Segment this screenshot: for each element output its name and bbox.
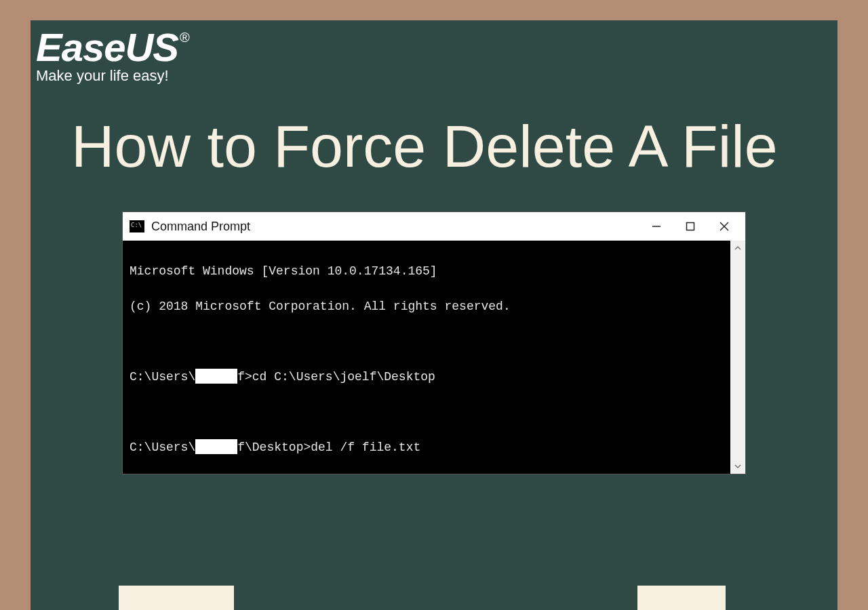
terminal-blank (130, 403, 724, 421)
terminal-output[interactable]: Microsoft Windows [Version 10.0.17134.16… (123, 241, 730, 474)
terminal-line: C:\Users\f\Desktop>del /f file.txt (130, 439, 724, 456)
close-button[interactable] (707, 213, 741, 240)
brand-block: EaseUS® Make your life easy! (36, 24, 190, 85)
terminal-blank (130, 333, 724, 350)
minimize-button[interactable] (639, 213, 673, 240)
registered-mark: ® (180, 30, 190, 45)
scroll-down-icon[interactable] (730, 459, 745, 474)
page-title: How to Force Delete A File (71, 112, 837, 181)
censored-username (195, 369, 237, 384)
terminal-line: Microsoft Windows [Version 10.0.17134.16… (130, 262, 724, 280)
command-prompt-icon (130, 220, 144, 232)
terminal-line: (c) 2018 Microsoft Corporation. All righ… (130, 298, 724, 315)
window-title: Command Prompt (151, 220, 639, 234)
decorative-box (119, 586, 234, 610)
maximize-button[interactable] (673, 213, 707, 240)
scrollbar[interactable] (730, 241, 745, 474)
censored-username (195, 439, 237, 454)
main-panel: EaseUS® Make your life easy! How to Forc… (31, 20, 837, 610)
scroll-up-icon[interactable] (730, 241, 745, 256)
decorative-box (637, 586, 726, 610)
terminal-line: C:\Users\f>cd C:\Users\joelf\Desktop (130, 368, 724, 386)
svg-rect-1 (687, 223, 694, 230)
brand-logo: EaseUS (36, 24, 178, 70)
command-prompt-window: Command Prompt Microsoft Windows [Versio… (122, 211, 746, 474)
window-titlebar[interactable]: Command Prompt (123, 212, 745, 241)
decorative-footer (31, 586, 837, 610)
